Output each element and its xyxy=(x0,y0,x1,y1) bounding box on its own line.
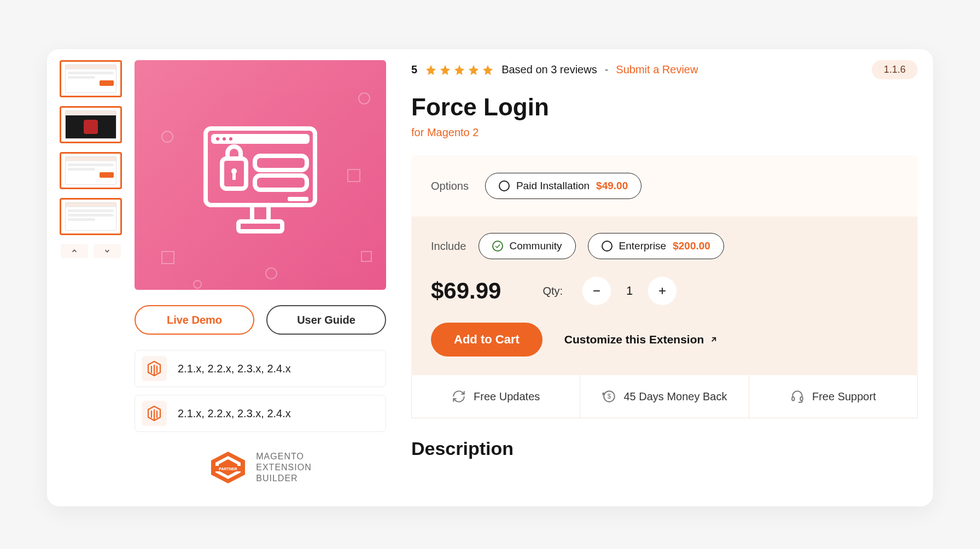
svg-rect-17 xyxy=(255,156,307,170)
benefit-label: Free Updates xyxy=(474,390,540,403)
customize-label: Customize this Extension xyxy=(564,333,704,346)
product-title: Force Login xyxy=(411,94,918,121)
description-heading: Description xyxy=(411,438,918,459)
star-rating xyxy=(425,64,494,76)
quantity-stepper: 1 xyxy=(582,277,676,305)
svg-point-10 xyxy=(223,137,226,141)
benefits-row: Free Updates $ 45 Days Money Back Free S… xyxy=(411,375,918,418)
svg-point-11 xyxy=(229,137,232,141)
qty-increase-button[interactable] xyxy=(648,277,676,305)
svg-line-28 xyxy=(712,338,716,342)
benefit-money-back: $ 45 Days Money Back xyxy=(580,375,749,418)
plus-icon xyxy=(657,285,668,296)
benefit-updates: Free Updates xyxy=(412,375,580,418)
options-box: Options Paid Installation $49.00 xyxy=(411,155,918,217)
lock-monitor-icon xyxy=(200,112,320,238)
compat-item: 2.1.x, 2.2.x, 2.3.x, 2.4.x xyxy=(135,350,386,387)
partner-hex-icon: PARTNER xyxy=(209,451,247,484)
qty-label: Qty: xyxy=(542,285,563,297)
svg-rect-12 xyxy=(252,205,269,221)
svg-rect-2 xyxy=(348,170,360,182)
main-column: 5 Based on 3 reviews - Submit a Review 1… xyxy=(397,60,918,484)
svg-rect-31 xyxy=(792,397,794,401)
cart-row: Add to Cart Customize this Extension xyxy=(431,323,898,357)
minus-icon xyxy=(591,285,602,296)
qty-value: 1 xyxy=(624,284,635,298)
money-back-icon: $ xyxy=(602,389,616,404)
svg-rect-6 xyxy=(361,252,371,261)
star-icon xyxy=(453,64,465,76)
star-icon xyxy=(425,64,437,76)
svg-point-9 xyxy=(216,137,219,141)
separator: - xyxy=(605,63,609,76)
magento-icon xyxy=(142,401,167,426)
hero-image[interactable] xyxy=(135,60,386,290)
svg-rect-13 xyxy=(238,221,282,231)
benefit-label: 45 Days Money Back xyxy=(624,390,727,403)
svg-rect-16 xyxy=(232,172,236,180)
thumbnail-nav xyxy=(61,244,121,258)
review-count: Based on 3 reviews xyxy=(501,63,597,76)
include-box: Include Community Enterprise $200.00 $69… xyxy=(411,217,918,375)
check-icon xyxy=(492,241,503,252)
svg-rect-19 xyxy=(288,197,308,201)
benefit-label: Free Support xyxy=(812,390,876,403)
edition-label: Community xyxy=(510,240,562,252)
svg-point-4 xyxy=(266,268,277,279)
svg-rect-3 xyxy=(162,252,174,264)
edition-enterprise[interactable]: Enterprise $200.00 xyxy=(588,233,724,259)
thumb-prev-button[interactable] xyxy=(61,244,88,258)
option-price: $49.00 xyxy=(596,180,628,192)
thumbnail-1[interactable] xyxy=(60,60,122,97)
edition-label: Enterprise xyxy=(619,240,667,252)
product-card: Live Demo User Guide 2.1.x, 2.2.x, 2.3.x… xyxy=(47,49,933,506)
option-paid-installation[interactable]: Paid Installation $49.00 xyxy=(485,173,641,199)
submit-review-link[interactable]: Submit a Review xyxy=(616,63,698,76)
review-score: 5 xyxy=(411,63,417,76)
product-price: $69.99 xyxy=(431,278,501,304)
compat-item: 2.1.x, 2.2.x, 2.3.x, 2.4.x xyxy=(135,395,386,432)
edition-community[interactable]: Community xyxy=(479,233,576,259)
refresh-icon xyxy=(452,389,466,404)
include-label: Include xyxy=(431,240,466,253)
action-row: Live Demo User Guide xyxy=(135,305,386,335)
compat-text: 2.1.x, 2.2.x, 2.3.x, 2.4.x xyxy=(178,363,291,375)
svg-point-5 xyxy=(194,281,201,288)
edition-price: $200.00 xyxy=(673,240,710,252)
svg-text:$: $ xyxy=(607,393,611,400)
user-guide-button[interactable]: User Guide xyxy=(266,305,386,335)
live-demo-button[interactable]: Live Demo xyxy=(135,305,254,335)
product-subtitle: for Magento 2 xyxy=(411,126,918,139)
chevron-up-icon xyxy=(71,247,78,255)
magento-icon xyxy=(142,356,167,381)
option-label: Paid Installation xyxy=(516,180,590,192)
svg-rect-18 xyxy=(255,176,307,190)
customize-link[interactable]: Customize this Extension xyxy=(564,333,719,346)
compat-text: 2.1.x, 2.2.x, 2.3.x, 2.4.x xyxy=(178,407,291,420)
radio-icon xyxy=(499,180,510,191)
partner-badge: PARTNER MAGENTO EXTENSION BUILDER xyxy=(135,447,386,484)
radio-icon xyxy=(602,241,612,252)
thumb-next-button[interactable] xyxy=(94,244,121,258)
star-icon xyxy=(468,64,480,76)
include-row: Include Community Enterprise $200.00 xyxy=(431,233,898,259)
thumbnail-2[interactable] xyxy=(60,106,122,143)
add-to-cart-button[interactable]: Add to Cart xyxy=(431,323,542,357)
thumbnail-3[interactable] xyxy=(60,152,122,189)
benefit-support: Free Support xyxy=(749,375,917,418)
star-icon xyxy=(439,64,451,76)
thumbnail-4[interactable] xyxy=(60,198,122,235)
svg-point-1 xyxy=(359,93,370,104)
compatibility-list: 2.1.x, 2.2.x, 2.3.x, 2.4.x 2.1.x, 2.2.x,… xyxy=(135,350,386,432)
arrow-up-right-icon xyxy=(709,335,718,344)
svg-text:PARTNER: PARTNER xyxy=(219,467,237,471)
star-icon xyxy=(482,64,494,76)
price-row: $69.99 Qty: 1 xyxy=(431,277,898,305)
version-badge: 1.1.6 xyxy=(872,60,918,79)
qty-decrease-button[interactable] xyxy=(582,277,611,305)
svg-rect-32 xyxy=(800,397,802,401)
headset-icon xyxy=(790,389,804,404)
review-summary: 5 Based on 3 reviews - Submit a Review 1… xyxy=(411,60,918,79)
chevron-down-icon xyxy=(103,247,111,255)
gallery-column: Live Demo User Guide 2.1.x, 2.2.x, 2.3.x… xyxy=(135,60,386,484)
